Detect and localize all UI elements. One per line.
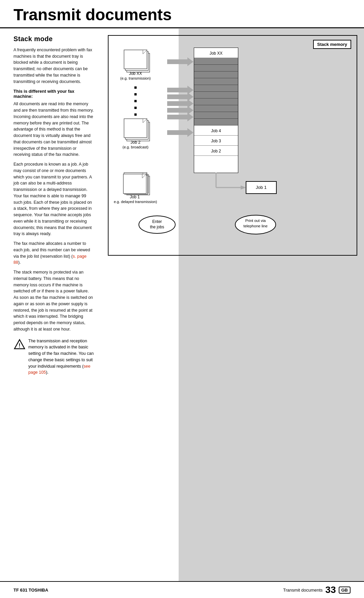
svg-rect-53: [194, 105, 238, 112]
diagram-box: Stack memory Job XX (e.g. transmission): [108, 35, 357, 256]
svg-text:(e.g.  broadcast): (e.g. broadcast): [122, 145, 148, 149]
svg-text:Job  1: Job 1: [256, 185, 267, 190]
footer-left: TF 631 TOSHIBA: [13, 588, 48, 593]
svg-text:(e.g.  delayed  transmission): (e.g. delayed transmission): [114, 200, 157, 204]
svg-text:Job  2: Job 2: [211, 149, 221, 153]
svg-text:Enter: Enter: [152, 219, 162, 224]
svg-marker-32: [167, 106, 193, 115]
warning-block: ! The transmission and reception memory …: [13, 338, 94, 376]
diagram-svg: Job XX (e.g. transmission) Job 2 (e.g. b…: [114, 42, 279, 248]
page-footer: TF 631 TOSHIBA Transmit documents 33 GB: [0, 581, 364, 598]
gb-badge: GB: [339, 587, 351, 594]
page-number: 33: [325, 585, 336, 595]
svg-text:■: ■: [134, 105, 137, 110]
svg-text:■: ■: [134, 91, 137, 97]
svg-text:Job  3: Job 3: [211, 139, 221, 143]
svg-text:Job  XX: Job XX: [210, 51, 223, 56]
svg-rect-51: [194, 98, 238, 105]
svg-rect-57: [194, 119, 238, 125]
svg-text:(e.g.  transmission): (e.g. transmission): [120, 76, 151, 80]
svg-rect-55: [194, 112, 238, 119]
para3: Each procedure is known as a job. A job …: [13, 161, 94, 237]
svg-marker-29: [167, 86, 193, 94]
page-title: Transmit documents: [0, 0, 364, 28]
svg-rect-47: [194, 85, 238, 92]
svg-rect-45: [194, 78, 238, 85]
left-column: Stack mode A frequently encountered prob…: [0, 28, 104, 386]
svg-rect-68: [194, 156, 238, 173]
section-heading: Stack mode: [13, 35, 94, 43]
svg-text:Print out via: Print out via: [245, 219, 266, 223]
para2: All documents are read into the memory a…: [13, 101, 94, 158]
svg-rect-49: [194, 92, 238, 98]
svg-text:■: ■: [134, 98, 137, 104]
para4: The fax machine allocates a number to ea…: [13, 240, 94, 266]
svg-text:Job  4: Job 4: [211, 129, 221, 133]
svg-rect-43: [194, 72, 238, 78]
stack-memory-label: Stack memory: [313, 40, 351, 49]
svg-marker-28: [167, 57, 193, 66]
svg-marker-30: [167, 92, 193, 101]
footer-right: Transmit documents 33 GB: [283, 585, 351, 595]
svg-text:■: ■: [134, 112, 137, 117]
svg-text:!: !: [19, 343, 20, 348]
right-column: Stack memory Job XX (e.g. transmission): [104, 28, 364, 386]
para5: The stack memory is protected via an int…: [13, 269, 94, 333]
footer-center: Transmit documents: [283, 588, 323, 593]
warning-icon: !: [13, 339, 26, 351]
svg-text:telephone line: telephone line: [243, 224, 268, 228]
sub-heading: This is different with your fax machine:: [13, 89, 94, 99]
intro-para: A frequently encountered problem with fa…: [13, 47, 94, 85]
svg-text:Job  2: Job 2: [130, 140, 141, 145]
svg-marker-34: [167, 128, 193, 137]
svg-marker-71: [241, 186, 246, 190]
svg-rect-39: [194, 58, 238, 65]
svg-text:Job  1: Job 1: [130, 195, 140, 199]
svg-rect-41: [194, 65, 238, 72]
svg-text:the jobs: the jobs: [150, 225, 164, 229]
svg-text:Job  XX: Job XX: [129, 71, 142, 76]
svg-marker-31: [167, 99, 193, 108]
svg-text:■: ■: [134, 85, 137, 90]
svg-marker-33: [167, 113, 193, 121]
warning-text: The transmission and reception memory is…: [28, 338, 94, 376]
